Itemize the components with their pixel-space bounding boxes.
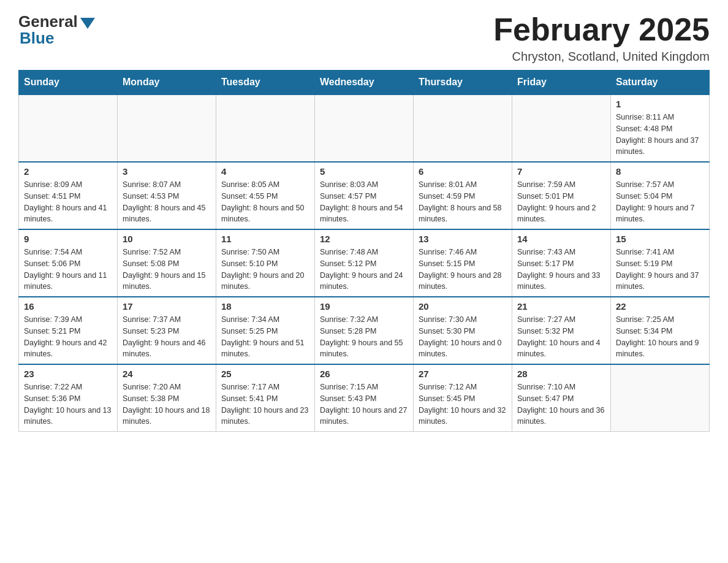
calendar-cell: 10Sunrise: 7:52 AM Sunset: 5:08 PM Dayli… xyxy=(118,229,216,297)
calendar-cell: 1Sunrise: 8:11 AM Sunset: 4:48 PM Daylig… xyxy=(611,94,710,162)
calendar-week-3: 9Sunrise: 7:54 AM Sunset: 5:06 PM Daylig… xyxy=(19,229,710,297)
weekday-header-thursday: Thursday xyxy=(414,71,512,95)
calendar-cell: 13Sunrise: 7:46 AM Sunset: 5:15 PM Dayli… xyxy=(414,229,512,297)
calendar-cell: 21Sunrise: 7:27 AM Sunset: 5:32 PM Dayli… xyxy=(512,297,611,364)
day-info: Sunrise: 7:52 AM Sunset: 5:08 PM Dayligh… xyxy=(123,247,211,293)
calendar-cell: 27Sunrise: 7:12 AM Sunset: 5:45 PM Dayli… xyxy=(414,364,512,432)
day-number: 2 xyxy=(24,166,112,177)
calendar-cell: 25Sunrise: 7:17 AM Sunset: 5:41 PM Dayli… xyxy=(216,364,315,432)
day-number: 22 xyxy=(616,301,704,312)
calendar-cell xyxy=(216,94,315,162)
day-number: 7 xyxy=(517,166,605,177)
weekday-header-sunday: Sunday xyxy=(19,71,118,95)
weekday-header-wednesday: Wednesday xyxy=(315,71,414,95)
calendar-cell xyxy=(118,94,216,162)
day-number: 4 xyxy=(221,166,309,177)
weekday-header-row: SundayMondayTuesdayWednesdayThursdayFrid… xyxy=(19,71,710,95)
day-number: 9 xyxy=(24,234,112,244)
day-info: Sunrise: 7:27 AM Sunset: 5:32 PM Dayligh… xyxy=(517,314,605,360)
calendar-week-4: 16Sunrise: 7:39 AM Sunset: 5:21 PM Dayli… xyxy=(19,297,710,364)
day-number: 28 xyxy=(517,369,605,379)
day-info: Sunrise: 8:07 AM Sunset: 4:53 PM Dayligh… xyxy=(123,179,211,225)
location-text: Chryston, Scotland, United Kingdom xyxy=(493,50,710,64)
day-number: 15 xyxy=(616,234,704,244)
calendar-cell: 6Sunrise: 8:01 AM Sunset: 4:59 PM Daylig… xyxy=(414,162,512,229)
day-info: Sunrise: 7:15 AM Sunset: 5:43 PM Dayligh… xyxy=(320,381,408,427)
calendar-cell: 28Sunrise: 7:10 AM Sunset: 5:47 PM Dayli… xyxy=(512,364,611,432)
day-info: Sunrise: 7:48 AM Sunset: 5:12 PM Dayligh… xyxy=(320,247,408,293)
calendar-cell: 12Sunrise: 7:48 AM Sunset: 5:12 PM Dayli… xyxy=(315,229,414,297)
day-number: 16 xyxy=(24,301,112,312)
logo-blue-text: Blue xyxy=(20,29,54,48)
weekday-header-monday: Monday xyxy=(118,71,216,95)
day-info: Sunrise: 7:43 AM Sunset: 5:17 PM Dayligh… xyxy=(517,247,605,293)
day-info: Sunrise: 7:32 AM Sunset: 5:28 PM Dayligh… xyxy=(320,314,408,360)
calendar-cell: 11Sunrise: 7:50 AM Sunset: 5:10 PM Dayli… xyxy=(216,229,315,297)
calendar-cell: 17Sunrise: 7:37 AM Sunset: 5:23 PM Dayli… xyxy=(118,297,216,364)
day-number: 21 xyxy=(517,301,605,312)
day-info: Sunrise: 7:50 AM Sunset: 5:10 PM Dayligh… xyxy=(221,247,309,293)
day-info: Sunrise: 7:30 AM Sunset: 5:30 PM Dayligh… xyxy=(419,314,507,360)
day-info: Sunrise: 7:25 AM Sunset: 5:34 PM Dayligh… xyxy=(616,314,704,360)
day-info: Sunrise: 7:34 AM Sunset: 5:25 PM Dayligh… xyxy=(221,314,309,360)
calendar-cell: 19Sunrise: 7:32 AM Sunset: 5:28 PM Dayli… xyxy=(315,297,414,364)
day-info: Sunrise: 8:11 AM Sunset: 4:48 PM Dayligh… xyxy=(616,112,704,158)
calendar-cell: 4Sunrise: 8:05 AM Sunset: 4:55 PM Daylig… xyxy=(216,162,315,229)
calendar-cell: 16Sunrise: 7:39 AM Sunset: 5:21 PM Dayli… xyxy=(19,297,118,364)
calendar-cell: 5Sunrise: 8:03 AM Sunset: 4:57 PM Daylig… xyxy=(315,162,414,229)
day-info: Sunrise: 7:12 AM Sunset: 5:45 PM Dayligh… xyxy=(419,381,507,427)
day-number: 26 xyxy=(320,369,408,379)
day-info: Sunrise: 7:20 AM Sunset: 5:38 PM Dayligh… xyxy=(123,381,211,427)
day-number: 5 xyxy=(320,166,408,177)
day-info: Sunrise: 7:22 AM Sunset: 5:36 PM Dayligh… xyxy=(24,381,112,427)
day-info: Sunrise: 7:54 AM Sunset: 5:06 PM Dayligh… xyxy=(24,247,112,293)
weekday-header-friday: Friday xyxy=(512,71,611,95)
day-number: 11 xyxy=(221,234,309,244)
calendar-cell xyxy=(315,94,414,162)
calendar-cell xyxy=(512,94,611,162)
calendar-cell xyxy=(414,94,512,162)
day-info: Sunrise: 7:39 AM Sunset: 5:21 PM Dayligh… xyxy=(24,314,112,360)
day-number: 3 xyxy=(123,166,211,177)
day-number: 13 xyxy=(419,234,507,244)
calendar-cell xyxy=(19,94,118,162)
day-number: 20 xyxy=(419,301,507,312)
calendar-week-5: 23Sunrise: 7:22 AM Sunset: 5:36 PM Dayli… xyxy=(19,364,710,432)
day-info: Sunrise: 8:03 AM Sunset: 4:57 PM Dayligh… xyxy=(320,179,408,225)
day-info: Sunrise: 7:10 AM Sunset: 5:47 PM Dayligh… xyxy=(517,381,605,427)
weekday-header-saturday: Saturday xyxy=(611,71,710,95)
calendar-cell: 8Sunrise: 7:57 AM Sunset: 5:04 PM Daylig… xyxy=(611,162,710,229)
day-info: Sunrise: 7:57 AM Sunset: 5:04 PM Dayligh… xyxy=(616,179,704,225)
day-info: Sunrise: 7:17 AM Sunset: 5:41 PM Dayligh… xyxy=(221,381,309,427)
day-number: 12 xyxy=(320,234,408,244)
day-info: Sunrise: 7:41 AM Sunset: 5:19 PM Dayligh… xyxy=(616,247,704,293)
day-number: 17 xyxy=(123,301,211,312)
calendar-cell: 2Sunrise: 8:09 AM Sunset: 4:51 PM Daylig… xyxy=(19,162,118,229)
day-info: Sunrise: 7:37 AM Sunset: 5:23 PM Dayligh… xyxy=(123,314,211,360)
calendar-cell: 7Sunrise: 7:59 AM Sunset: 5:01 PM Daylig… xyxy=(512,162,611,229)
calendar-cell: 14Sunrise: 7:43 AM Sunset: 5:17 PM Dayli… xyxy=(512,229,611,297)
logo-triangle-icon xyxy=(80,18,95,29)
day-number: 18 xyxy=(221,301,309,312)
title-section: February 2025 Chryston, Scotland, United… xyxy=(493,12,710,64)
day-number: 6 xyxy=(419,166,507,177)
day-info: Sunrise: 7:59 AM Sunset: 5:01 PM Dayligh… xyxy=(517,179,605,225)
month-title: February 2025 xyxy=(493,12,710,47)
calendar-cell: 23Sunrise: 7:22 AM Sunset: 5:36 PM Dayli… xyxy=(19,364,118,432)
day-number: 19 xyxy=(320,301,408,312)
calendar-cell: 20Sunrise: 7:30 AM Sunset: 5:30 PM Dayli… xyxy=(414,297,512,364)
calendar-cell: 22Sunrise: 7:25 AM Sunset: 5:34 PM Dayli… xyxy=(611,297,710,364)
calendar-table: SundayMondayTuesdayWednesdayThursdayFrid… xyxy=(18,70,710,432)
day-number: 23 xyxy=(24,369,112,379)
day-info: Sunrise: 8:05 AM Sunset: 4:55 PM Dayligh… xyxy=(221,179,309,225)
day-number: 10 xyxy=(123,234,211,244)
calendar-cell: 18Sunrise: 7:34 AM Sunset: 5:25 PM Dayli… xyxy=(216,297,315,364)
page-header: General Blue February 2025 Chryston, Sco… xyxy=(18,12,710,64)
calendar-cell: 26Sunrise: 7:15 AM Sunset: 5:43 PM Dayli… xyxy=(315,364,414,432)
day-number: 8 xyxy=(616,166,704,177)
day-number: 14 xyxy=(517,234,605,244)
calendar-week-1: 1Sunrise: 8:11 AM Sunset: 4:48 PM Daylig… xyxy=(19,94,710,162)
day-info: Sunrise: 7:46 AM Sunset: 5:15 PM Dayligh… xyxy=(419,247,507,293)
logo: General Blue xyxy=(18,12,95,48)
calendar-cell: 9Sunrise: 7:54 AM Sunset: 5:06 PM Daylig… xyxy=(19,229,118,297)
